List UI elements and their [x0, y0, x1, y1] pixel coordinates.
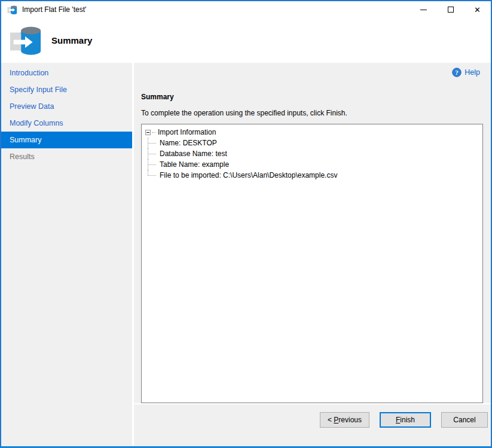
tree-item-table-name: Table Name: example: [144, 159, 480, 170]
minimize-icon: [420, 10, 427, 10]
window-controls: ✕: [410, 1, 491, 18]
sidebar-item-preview-data[interactable]: Preview Data: [1, 98, 132, 115]
content-instruction: To complete the operation using the spec…: [141, 109, 491, 117]
sidebar-item-results: Results: [1, 148, 132, 165]
content-heading: Summary: [141, 93, 491, 101]
tree-root-label: Import Information: [158, 128, 216, 136]
main-area: Introduction Specify Input File Preview …: [1, 63, 491, 446]
sidebar-item-summary[interactable]: Summary: [1, 132, 132, 148]
tree-item-file-to-import: File to be imported: C:\Users\Alan\Deskt…: [144, 170, 480, 181]
close-button[interactable]: ✕: [464, 1, 491, 18]
svg-text:?: ?: [456, 69, 459, 76]
tree-children: Name: DESKTOP Database Name: test Table …: [144, 138, 480, 181]
import-flat-file-wizard-window: Import Flat File 'test' ✕ Summary: [0, 0, 492, 448]
page-title: Summary: [51, 35, 92, 45]
previous-button[interactable]: < Previous: [320, 412, 369, 428]
close-icon: ✕: [474, 6, 481, 14]
database-import-icon: [10, 25, 42, 56]
finish-button[interactable]: Finish: [380, 412, 431, 428]
button-bar: < Previous Finish Cancel: [134, 403, 491, 435]
maximize-button[interactable]: [437, 1, 464, 18]
sidebar-item-introduction[interactable]: Introduction: [1, 65, 132, 81]
content-panel: ? Help Summary To complete the operation…: [134, 63, 491, 446]
collapse-expander-icon[interactable]: [145, 130, 151, 135]
tree-root-row: Import Information: [144, 127, 480, 138]
tree-item-name: Name: DESKTOP: [144, 138, 480, 148]
help-label: Help: [465, 68, 480, 77]
help-link[interactable]: ? Help: [452, 68, 480, 77]
summary-tree-panel: Import Information Name: DESKTOP Databas…: [141, 124, 483, 403]
window-title: Import Flat File 'test': [22, 5, 86, 14]
wizard-steps-sidebar: Introduction Specify Input File Preview …: [1, 63, 134, 446]
database-import-icon: [7, 5, 18, 15]
sidebar-item-specify-input-file[interactable]: Specify Input File: [1, 81, 132, 98]
cancel-button[interactable]: Cancel: [441, 412, 488, 428]
wizard-header: Summary: [1, 18, 491, 63]
help-circle-icon: ?: [452, 68, 462, 77]
tree-connector: [152, 132, 155, 133]
sidebar-item-modify-columns[interactable]: Modify Columns: [1, 115, 132, 132]
tree-item-database-name: Database Name: test: [144, 148, 480, 159]
maximize-icon: [448, 7, 454, 13]
title-bar: Import Flat File 'test' ✕: [1, 1, 491, 18]
minimize-button[interactable]: [410, 1, 437, 18]
